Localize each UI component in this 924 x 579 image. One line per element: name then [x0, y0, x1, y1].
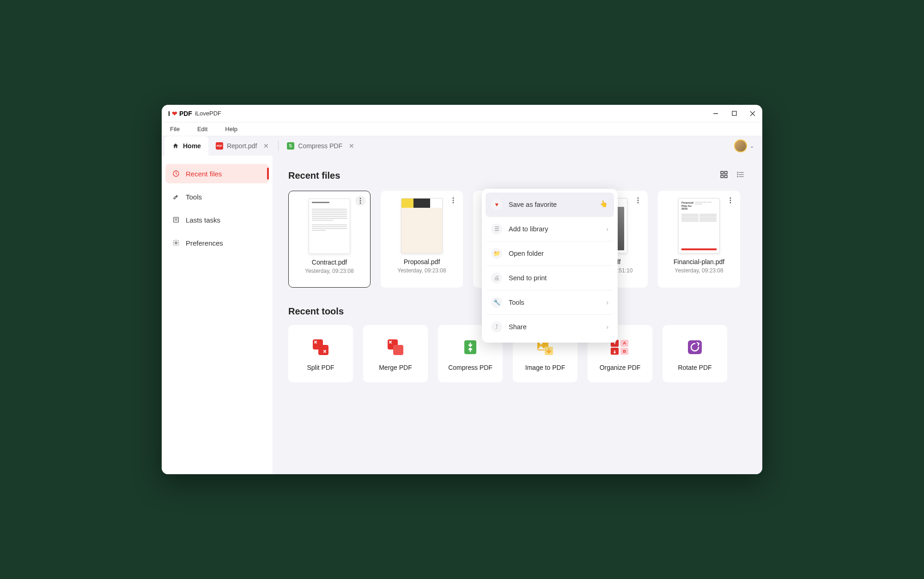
- more-icon[interactable]: [725, 195, 736, 205]
- titlebar: I ❤ PDF iLovePDF: [162, 105, 762, 122]
- close-icon[interactable]: ✕: [349, 142, 355, 150]
- file-name: Contract.pdf: [312, 259, 347, 266]
- heart-icon: ❤: [172, 110, 177, 117]
- tab-separator: [278, 141, 279, 151]
- tab-report[interactable]: PDF Report.pdf ✕: [208, 136, 277, 156]
- wrench-icon: 🔧: [491, 297, 502, 308]
- file-card-contract[interactable]: Contract.pdf Yesterday, 09:23:08: [288, 191, 371, 288]
- menu-file[interactable]: File: [170, 126, 180, 133]
- maximize-button[interactable]: [731, 110, 737, 117]
- tool-merge-pdf[interactable]: Merge PDF: [363, 325, 428, 382]
- ctx-tools[interactable]: 🔧 Tools ›: [486, 290, 614, 315]
- print-icon: 🖨: [491, 272, 502, 283]
- svg-point-33: [730, 202, 731, 204]
- svg-rect-35: [318, 345, 328, 355]
- logo-text: I: [168, 110, 170, 117]
- svg-rect-48: [688, 340, 702, 354]
- file-card-financial-plan[interactable]: FinancialPlan for2022 Lorem ipsum dolor …: [658, 191, 740, 288]
- folder-icon: 📁: [491, 248, 502, 259]
- svg-rect-10: [725, 171, 727, 174]
- svg-point-21: [360, 203, 361, 204]
- tool-label: Split PDF: [307, 364, 334, 371]
- svg-point-28: [638, 198, 639, 199]
- svg-point-31: [730, 198, 731, 199]
- tab-label: Home: [183, 142, 201, 150]
- section-header-recent-files: Recent files: [288, 169, 747, 182]
- chevron-right-icon: ›: [606, 225, 608, 233]
- ctx-label: Add to library: [509, 225, 548, 233]
- more-icon[interactable]: [633, 195, 643, 205]
- ctx-label: Share: [509, 323, 527, 331]
- app-logo: I ❤ PDF: [168, 110, 192, 117]
- gear-icon: [172, 239, 180, 247]
- menu-help[interactable]: Help: [225, 126, 237, 133]
- list-view-button[interactable]: [735, 169, 747, 182]
- tool-rotate-pdf[interactable]: Rotate PDF: [663, 325, 727, 382]
- app-window: I ❤ PDF iLovePDF File Edit Help Home PDF…: [162, 105, 762, 474]
- merge-icon: [384, 336, 407, 358]
- content: Recent files Tools Lasts tasks Preferenc…: [162, 156, 762, 474]
- sidebar-item-label: Tools: [186, 193, 202, 201]
- tab-label: Compress PDF: [298, 142, 342, 150]
- svg-point-20: [360, 200, 361, 202]
- sidebar-item-tools[interactable]: Tools: [165, 187, 269, 206]
- clock-icon: [172, 169, 180, 178]
- svg-point-17: [737, 174, 738, 175]
- svg-text:B: B: [623, 349, 626, 354]
- file-thumbnail: FinancialPlan for2022 Lorem ipsum dolor …: [678, 198, 720, 253]
- svg-point-19: [360, 198, 361, 199]
- svg-point-8: [175, 242, 177, 244]
- avatar: [734, 139, 747, 152]
- home-icon: [172, 142, 179, 150]
- ctx-share[interactable]: ⤴ Share ›: [486, 315, 614, 339]
- main-panel: Recent files Contract: [273, 156, 762, 474]
- split-icon: [310, 336, 332, 358]
- file-date: Yesterday, 09:23:08: [675, 267, 723, 274]
- sidebar-item-label: Recent files: [186, 170, 222, 178]
- wrench-icon: [172, 193, 180, 201]
- tool-label: Organize PDF: [600, 364, 641, 371]
- rotate-icon: [684, 336, 706, 358]
- minimize-button[interactable]: [712, 110, 719, 117]
- menu-edit[interactable]: Edit: [197, 126, 207, 133]
- svg-rect-9: [721, 171, 723, 174]
- sidebar-item-recent-files[interactable]: Recent files: [165, 164, 269, 183]
- tab-compress[interactable]: ⇅ Compress PDF ✕: [280, 136, 363, 156]
- pdf-icon: PDF: [216, 142, 223, 150]
- sidebar-item-lasts-tasks[interactable]: Lasts tasks: [165, 210, 269, 229]
- ctx-add-library[interactable]: ☰ Add to library ›: [486, 217, 614, 241]
- svg-rect-12: [725, 175, 727, 178]
- section-title: Recent files: [288, 170, 340, 181]
- profile-area[interactable]: ⌄: [734, 136, 762, 156]
- window-controls: [712, 110, 756, 117]
- library-icon: ☰: [491, 223, 502, 235]
- svg-point-23: [453, 200, 454, 201]
- tool-label: Image to PDF: [525, 364, 565, 371]
- view-toggle: [718, 169, 747, 182]
- ctx-label: Save as favorite: [509, 201, 557, 208]
- tool-split-pdf[interactable]: Split PDF: [288, 325, 353, 382]
- file-card-proposal[interactable]: Proposal.pdf Yesterday, 09:23:08: [381, 191, 463, 288]
- ctx-save-favorite[interactable]: ♥ Save as favorite 👆: [486, 193, 614, 217]
- grid-view-button[interactable]: [718, 169, 730, 182]
- cursor-icon: 👆: [600, 200, 608, 207]
- tab-home[interactable]: Home: [164, 136, 208, 156]
- more-icon[interactable]: [355, 196, 365, 206]
- file-thumbnail: [401, 198, 443, 253]
- heart-icon: ♥: [491, 199, 502, 210]
- tool-label: Compress PDF: [448, 364, 492, 371]
- app-title: iLovePDF: [195, 110, 221, 117]
- more-icon[interactable]: [448, 195, 458, 205]
- sidebar-item-label: Lasts tasks: [186, 216, 220, 224]
- ctx-label: Send to print: [509, 274, 547, 282]
- tab-label: Report.pdf: [227, 142, 257, 150]
- close-button[interactable]: [749, 110, 756, 117]
- file-date: Yesterday, 09:23:08: [305, 268, 353, 274]
- ctx-label: Tools: [509, 299, 524, 306]
- ctx-open-folder[interactable]: 📁 Open folder: [486, 241, 614, 266]
- close-icon[interactable]: ✕: [263, 142, 270, 150]
- svg-rect-1: [732, 111, 736, 115]
- svg-point-16: [737, 172, 738, 173]
- ctx-send-print[interactable]: 🖨 Send to print: [486, 266, 614, 290]
- sidebar-item-preferences[interactable]: Preferences: [165, 233, 269, 253]
